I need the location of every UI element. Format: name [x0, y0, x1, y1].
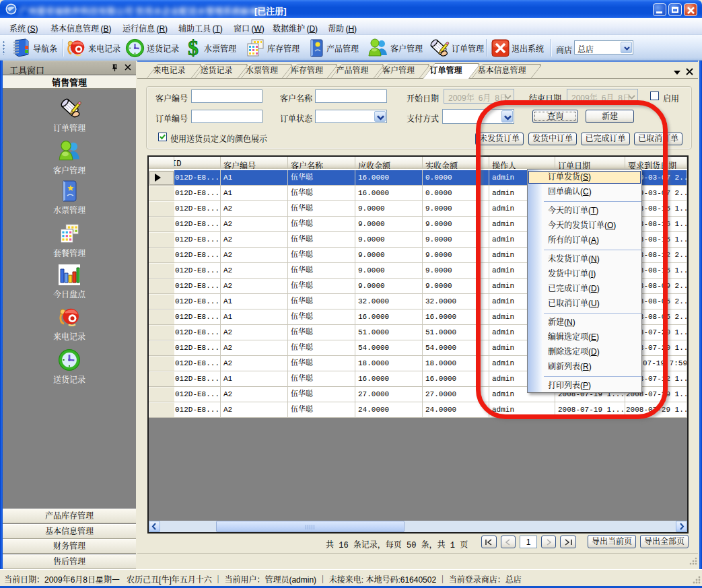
svg-text:$: $ [188, 38, 199, 58]
